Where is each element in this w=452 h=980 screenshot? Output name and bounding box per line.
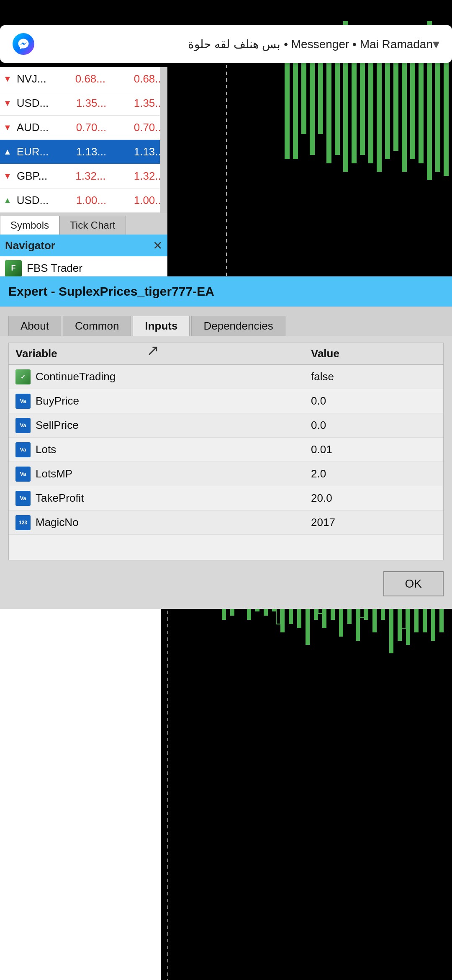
direction-icon: ▼	[3, 171, 13, 181]
messenger-message: Messenger • Mai Ramadan • بس هنلف لقه حل…	[43, 37, 433, 51]
tab-dependencies[interactable]: Dependencies	[191, 316, 285, 336]
list-item[interactable]: ▼ USD... 1.35... 1.35...	[0, 91, 167, 116]
variable-lotsmp: LotsMP	[36, 467, 311, 480]
table-row[interactable]: Va BuyPrice 0.0	[9, 389, 443, 413]
list-item[interactable]: ▲ USD... 1.00... 1.00...	[0, 188, 167, 213]
variable-lots: Lots	[36, 443, 311, 456]
value-magicno: 2017	[311, 516, 437, 529]
tab-tick-chart[interactable]: Tick Chart	[59, 216, 126, 235]
tab-inputs[interactable]: Inputs	[133, 316, 190, 336]
table-row[interactable]: Va Lots 0.01	[9, 438, 443, 462]
list-item[interactable]: ▲ EUR... 1.13... 1.13...	[0, 140, 167, 164]
lots-icon: Va	[15, 442, 31, 457]
value-takeprofit: 20.0	[311, 492, 437, 505]
navigator-title: Navigator	[5, 239, 153, 252]
list-item[interactable]: ▼ AUD... 0.70... 0.70...	[0, 116, 167, 140]
tab-symbols[interactable]: Symbols	[0, 216, 59, 235]
dialog-tabs: About Common Inputs Dependencies	[0, 307, 452, 336]
messenger-icon	[13, 33, 34, 55]
symbol-bid: 0.68...	[47, 72, 105, 85]
svg-rect-57	[402, 607, 406, 628]
symbol-name: AUD...	[17, 121, 49, 134]
value-lotsmp: 2.0	[311, 467, 437, 480]
tab-about[interactable]: About	[8, 316, 61, 336]
messenger-notification[interactable]: Messenger • Mai Ramadan • بس هنلف لقه حل…	[0, 25, 452, 63]
svg-rect-4	[318, 59, 323, 134]
symbol-ask: 1.13...	[106, 145, 164, 158]
svg-rect-15	[410, 46, 415, 159]
symbol-ask: 0.70...	[106, 121, 164, 134]
symbol-bid: 0.70...	[49, 121, 106, 134]
expert-title-bar: Expert - SuplexPrices_tiger777-EA	[0, 276, 452, 307]
column-value: Value	[311, 347, 437, 360]
variable-buy-price: BuyPrice	[36, 395, 311, 407]
symbol-ask: 1.00...	[106, 194, 164, 207]
value-buy-price: 0.0	[311, 395, 437, 407]
table-header: Variable Value	[9, 343, 443, 365]
symbol-name: GBP...	[17, 170, 47, 183]
symbol-name: USD...	[17, 97, 49, 110]
value-sell-price: 0.0	[311, 419, 437, 432]
scrollbar[interactable]	[160, 67, 167, 214]
symbol-bid: 1.00...	[49, 194, 106, 207]
column-variable: Variable	[15, 347, 311, 360]
buy-price-icon: Va	[15, 394, 31, 409]
variable-continue-trading: ContinueTrading	[36, 370, 311, 383]
direction-icon: ▲	[3, 196, 13, 205]
lotsmp-icon: Va	[15, 467, 31, 482]
svg-rect-13	[393, 59, 398, 151]
symbol-ask: 1.32...	[106, 170, 164, 183]
symbol-bid: 1.32...	[47, 170, 105, 183]
messenger-chevron-icon[interactable]: ▾	[433, 36, 439, 52]
symbol-ask: 0.68...	[105, 72, 164, 85]
expert-title: Expert - SuplexPrices_tiger777-EA	[8, 284, 214, 299]
symbol-name: NVJ...	[17, 72, 47, 85]
symbol-bid: 1.35...	[49, 97, 106, 110]
tab-common[interactable]: Common	[63, 316, 131, 336]
svg-rect-2	[301, 50, 306, 134]
magicno-icon: 123	[15, 515, 31, 530]
table-row[interactable]: 123 MagicNo 2017	[9, 511, 443, 535]
ok-button-row: OK	[0, 567, 452, 601]
table-row[interactable]: Va SellPrice 0.0	[9, 413, 443, 438]
fbs-trader-icon: F	[5, 260, 22, 277]
variable-sell-price: SellPrice	[36, 419, 311, 432]
table-row[interactable]: Va LotsMP 2.0	[9, 462, 443, 486]
direction-icon: ▼	[3, 123, 13, 132]
sell-price-icon: Va	[15, 418, 31, 433]
list-item[interactable]: ▼ GBP... 1.32... 1.32...	[0, 164, 167, 188]
symbol-tabs: Symbols Tick Chart	[0, 213, 167, 235]
value-continue-trading: false	[311, 370, 437, 383]
table-row[interactable]: Va TakeProfit 20.0	[9, 486, 443, 511]
inputs-table: Variable Value ✓ ContinueTrading false V…	[8, 343, 444, 560]
dashed-line-top	[226, 65, 227, 279]
direction-icon: ▲	[3, 147, 13, 157]
svg-rect-9	[360, 54, 365, 155]
symbol-ask: 1.35...	[106, 97, 164, 110]
ok-button[interactable]: OK	[383, 571, 444, 596]
symbol-name: EUR...	[17, 145, 49, 158]
list-item[interactable]: ▼ NVJ... 0.68... 0.68...	[0, 67, 167, 91]
direction-icon: ▼	[3, 98, 13, 108]
takeprofit-icon: Va	[15, 491, 31, 506]
direction-icon: ▼	[3, 74, 13, 84]
fbs-trader-label: FBS Trader	[27, 262, 82, 275]
symbol-name: USD...	[17, 194, 49, 207]
table-row[interactable]: ✓ ContinueTrading false	[9, 365, 443, 389]
empty-table-area	[9, 535, 443, 560]
expert-dialog: About Common Inputs Dependencies Variabl…	[0, 307, 452, 609]
symbol-bid: 1.13...	[49, 145, 106, 158]
variable-magicno: MagicNo	[36, 516, 311, 529]
navigator-bar: Navigator ✕	[0, 235, 167, 256]
variable-takeprofit: TakeProfit	[36, 492, 311, 505]
continue-trading-icon: ✓	[15, 369, 31, 384]
value-lots: 0.01	[311, 443, 437, 456]
navigator-close-button[interactable]: ✕	[153, 239, 162, 253]
